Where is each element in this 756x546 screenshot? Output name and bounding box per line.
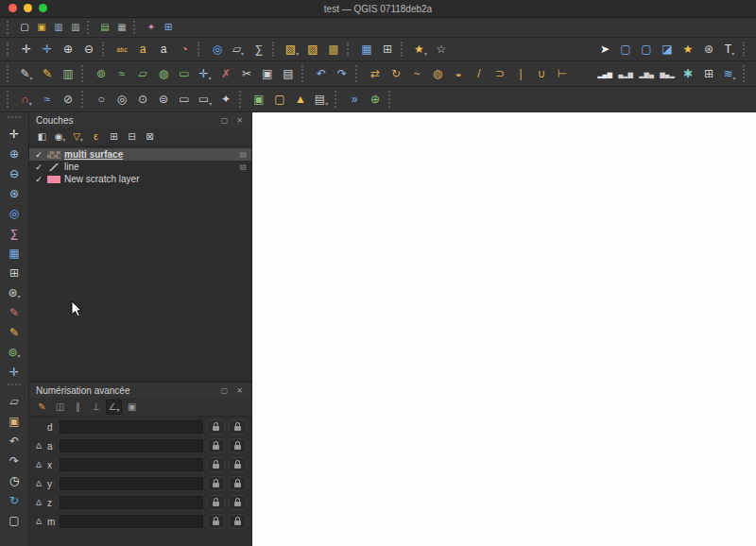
float-panel-button[interactable]: ▢ bbox=[219, 385, 230, 396]
add-polygon-feature-icon[interactable]: ▱ bbox=[133, 64, 152, 83]
zoom-in-icon[interactable]: ⊕ bbox=[59, 41, 77, 59]
attribute-table-icon[interactable]: ▦ bbox=[4, 244, 25, 262]
repeating-lock-button[interactable] bbox=[229, 476, 247, 491]
toolbar-handle[interactable] bbox=[81, 65, 88, 82]
field-calculator-icon[interactable]: ⊞ bbox=[378, 41, 397, 59]
repeating-lock-button[interactable] bbox=[229, 457, 247, 472]
undo-tool-icon[interactable]: ↶ bbox=[4, 432, 25, 450]
statistical-summary-icon[interactable]: ∑ bbox=[249, 41, 268, 59]
layer-tree-empty-area[interactable] bbox=[29, 185, 251, 381]
new-virtual-layer-icon[interactable]: ▲ bbox=[291, 90, 310, 109]
split-features-icon[interactable]: | bbox=[511, 64, 530, 83]
reshape-features-icon[interactable]: / bbox=[470, 64, 489, 83]
toolbar-handle[interactable] bbox=[355, 65, 362, 82]
regular-polygon-icon[interactable]: ✦ bbox=[216, 90, 235, 109]
zoom-full-extent-icon[interactable]: ⊛ bbox=[4, 184, 25, 202]
rectangle-from-3-points-icon[interactable]: ▭▾ bbox=[196, 90, 215, 109]
minimize-window-button[interactable] bbox=[24, 4, 32, 12]
y-value-input[interactable] bbox=[60, 477, 203, 490]
select-by-rectangle-icon[interactable]: ▧▾ bbox=[283, 41, 301, 59]
move-feature-icon[interactable]: ⇄ bbox=[366, 64, 385, 83]
toolbar-handle[interactable] bbox=[272, 42, 279, 58]
toolbar-handle[interactable] bbox=[347, 42, 353, 58]
undo-icon[interactable]: ↶ bbox=[312, 64, 331, 83]
toolbar-handle[interactable] bbox=[7, 42, 13, 58]
toolbar-handle[interactable] bbox=[401, 42, 407, 58]
toolbar-handle[interactable] bbox=[8, 116, 21, 122]
zoom-in-tool-icon[interactable]: ⊕ bbox=[4, 145, 25, 162]
vertex-tool-icon[interactable]: ✛▾ bbox=[196, 64, 215, 83]
data-source-manager-icon[interactable]: ⊞ bbox=[161, 21, 176, 35]
delta-toggle[interactable]: Δ bbox=[34, 498, 43, 507]
add-part-icon[interactable]: ◒ bbox=[449, 64, 468, 83]
layer-indicator-icon[interactable]: ▤ bbox=[239, 150, 247, 159]
toggle-editing-icon[interactable]: ✎ bbox=[38, 64, 57, 83]
log-messages-icon[interactable]: ▢ bbox=[4, 511, 25, 529]
toolbar-handle[interactable] bbox=[7, 21, 13, 34]
georeferencer-icon[interactable]: ≋▾ bbox=[720, 64, 739, 83]
remove-layer-icon[interactable]: ⊠ bbox=[142, 129, 158, 145]
map-canvas[interactable] bbox=[252, 112, 756, 546]
refresh-map-icon[interactable]: ↻ bbox=[4, 491, 25, 509]
repeating-lock-button[interactable] bbox=[229, 514, 247, 529]
d-value-input[interactable] bbox=[60, 420, 203, 434]
layer-item[interactable]: ✓New scratch layer bbox=[29, 173, 251, 185]
lock-button[interactable] bbox=[207, 438, 225, 453]
simplify-feature-icon[interactable]: ~ bbox=[407, 64, 426, 83]
toolbar-handle[interactable] bbox=[8, 384, 21, 389]
select-by-freehand-icon[interactable]: ▢ bbox=[637, 41, 656, 59]
current-edits-icon[interactable]: ✎▾ bbox=[17, 64, 36, 83]
merge-features-icon[interactable]: ∪ bbox=[532, 64, 551, 83]
new-bookmark-icon[interactable]: ★▾ bbox=[411, 41, 430, 59]
cut-features-icon[interactable]: ✂ bbox=[237, 64, 256, 83]
z-value-input[interactable] bbox=[60, 496, 203, 509]
snapping-options-icon[interactable]: ∩▾ bbox=[17, 90, 36, 109]
redo-icon[interactable]: ↷ bbox=[333, 64, 352, 83]
toolbar-handle[interactable] bbox=[239, 91, 246, 108]
toolbar-handle[interactable] bbox=[133, 21, 140, 34]
rectangle-from-extent-icon[interactable]: ▭ bbox=[175, 90, 194, 109]
histogram-variant-2-icon[interactable]: ▂▆▄ bbox=[637, 64, 656, 83]
enable-advanced-digitizing-icon[interactable]: ✎ bbox=[34, 400, 50, 415]
diagram-options-icon[interactable]: ◔ bbox=[175, 41, 194, 59]
perpendicular-constraint-icon[interactable]: ⊥ bbox=[88, 400, 104, 415]
processing-model-icon[interactable]: ✱ bbox=[679, 64, 697, 83]
layer-labeling-icon[interactable]: abc bbox=[112, 41, 131, 59]
circle-from-2-points-icon[interactable]: ○ bbox=[92, 90, 111, 109]
expand-all-icon[interactable]: ⊞ bbox=[106, 129, 122, 145]
histogram-variant-1-icon[interactable]: ▄▂▆ bbox=[616, 64, 635, 83]
layer-indicator-icon[interactable]: ▤ bbox=[239, 162, 247, 171]
clipboard-tool-icon[interactable]: ▣ bbox=[4, 412, 25, 430]
open-attribute-table-icon[interactable]: ▦ bbox=[357, 41, 376, 59]
a-value-input[interactable] bbox=[60, 439, 203, 452]
processing-toolbox-icon[interactable]: ⊛ bbox=[699, 41, 718, 59]
label-pin-icon[interactable]: a bbox=[133, 41, 152, 59]
collapse-all-icon[interactable]: ⊟ bbox=[124, 129, 140, 145]
lock-button[interactable] bbox=[207, 514, 225, 529]
zoom-window-button[interactable] bbox=[39, 4, 47, 12]
new-temporary-scratch-layer-icon[interactable]: ▤▾ bbox=[312, 90, 331, 109]
repeating-lock-button[interactable] bbox=[229, 495, 247, 510]
pan-map-icon[interactable]: ✛ bbox=[17, 41, 36, 59]
select-by-value-icon[interactable]: ▨ bbox=[303, 41, 322, 59]
add-rectangle-feature-icon[interactable]: ▭ bbox=[175, 64, 194, 83]
layout-manager-icon[interactable]: ▦ bbox=[114, 21, 129, 35]
deselect-all-icon[interactable]: ▩ bbox=[324, 41, 343, 59]
toolbar-handle[interactable] bbox=[301, 65, 308, 82]
save-layer-edits-icon[interactable]: ▥ bbox=[59, 64, 77, 83]
delete-selected-icon[interactable]: ✗ bbox=[216, 64, 235, 83]
pan-map-tool-icon[interactable]: ✛ bbox=[4, 125, 25, 143]
open-layer-styling-icon[interactable]: ◧ bbox=[34, 129, 50, 145]
delta-toggle[interactable]: Δ bbox=[34, 460, 43, 469]
toolbar-handle[interactable] bbox=[7, 65, 13, 82]
favorites-icon[interactable]: ★ bbox=[679, 41, 697, 59]
filter-by-expression-icon[interactable]: ε bbox=[88, 129, 104, 145]
digitizing-panel-header[interactable]: Numérisation avancée ▢ ✕ bbox=[29, 383, 251, 398]
delta-toggle[interactable]: Δ bbox=[34, 441, 43, 451]
add-point-feature-icon[interactable]: ⊚ bbox=[92, 64, 111, 83]
title-bar[interactable]: test — QGIS 07118deb2a bbox=[0, 0, 756, 18]
style-manager-icon[interactable]: ✦ bbox=[144, 21, 159, 35]
toolbar-handle[interactable] bbox=[198, 42, 204, 58]
toolbar-handle[interactable] bbox=[743, 42, 749, 58]
vertex-editor-icon[interactable]: ✛ bbox=[4, 363, 25, 381]
